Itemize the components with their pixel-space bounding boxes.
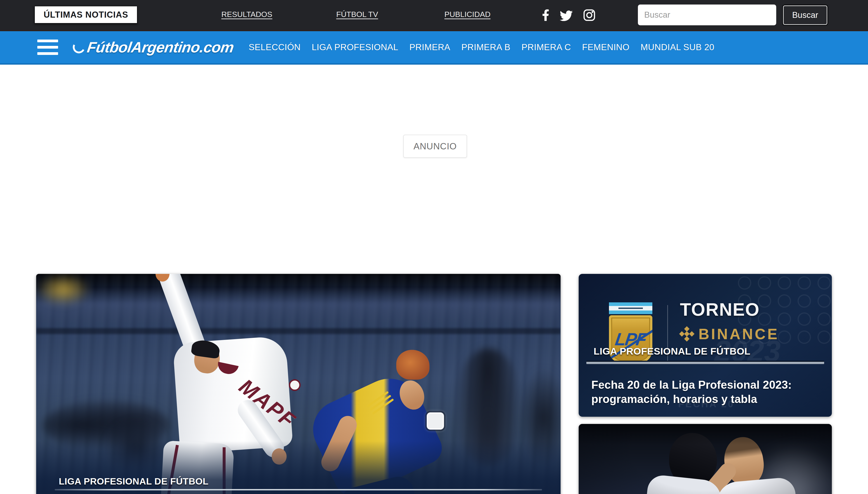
featured-article-card[interactable]: 2023 LPF TORNEO BINANCE LIGA PROFESIONAL…	[579, 274, 832, 417]
secondary-article-card[interactable]	[579, 424, 832, 494]
soccer-swoosh-icon	[71, 40, 87, 55]
nav-items: SELECCIÓN LIGA PROFESIONAL PRIMERA PRIME…	[249, 31, 714, 63]
facebook-icon[interactable]	[542, 8, 549, 22]
nav-item-seleccion[interactable]: SELECCIÓN	[249, 42, 301, 52]
hamburger-menu-icon[interactable]	[37, 39, 58, 56]
top-utility-bar: ÚLTIMAS NOTICIAS RESULTADOS FÚTBOL TV PU…	[0, 0, 868, 31]
top-link-publicidad[interactable]: PUBLICIDAD	[431, 10, 504, 19]
main-navigation-bar: FútbolArgentino.com SELECCIÓN LIGA PROFE…	[0, 31, 868, 64]
nav-item-mundial-sub-20[interactable]: MUNDIAL SUB 20	[641, 42, 714, 52]
binance-branding: BINANCE	[680, 325, 779, 343]
argentina-flag-stripes	[609, 302, 652, 314]
futbolargentino-homepage: ÚLTIMAS NOTICIAS RESULTADOS FÚTBOL TV PU…	[0, 0, 868, 494]
search-input[interactable]	[638, 4, 776, 25]
featured-divider	[586, 361, 824, 364]
featured-category-label: LIGA PROFESIONAL DE FÚTBOL	[593, 346, 751, 357]
nav-item-primera[interactable]: PRIMERA	[409, 42, 450, 52]
search-button[interactable]: Buscar	[783, 5, 827, 25]
jersey-crest	[289, 379, 301, 391]
hero-article-card[interactable]: MAPF LIGA PROFESIONAL DE FÚTBOL	[36, 274, 561, 494]
ad-placeholder: ANUNCIO	[403, 135, 467, 158]
top-link-resultados[interactable]: RESULTADOS	[210, 10, 283, 19]
torneo-title: TORNEO	[680, 299, 760, 320]
social-links	[542, 0, 596, 30]
instagram-icon[interactable]	[583, 9, 596, 21]
hero-category-label: LIGA PROFESIONAL DE FÚTBOL	[59, 476, 208, 487]
binance-diamond-icon	[680, 327, 694, 341]
nav-item-primera-b[interactable]: PRIMERA B	[461, 42, 510, 52]
binance-wordmark: BINANCE	[698, 325, 779, 343]
image-placeholder-icon	[427, 413, 444, 430]
site-logo[interactable]: FútbolArgentino.com	[73, 39, 234, 56]
nav-item-liga-profesional[interactable]: LIGA PROFESIONAL	[312, 42, 398, 52]
nav-item-primera-c[interactable]: PRIMERA C	[522, 42, 571, 52]
ultimas-noticias-button[interactable]: ÚLTIMAS NOTICIAS	[34, 6, 137, 23]
watermark-fecha-20: FECHA 20	[678, 399, 735, 410]
site-logo-text: FútbolArgentino.com	[86, 39, 235, 56]
hero-divider	[55, 489, 542, 490]
nav-item-femenino[interactable]: FEMENINO	[582, 42, 629, 52]
top-link-futbol-tv[interactable]: FÚTBOL TV	[321, 10, 394, 19]
twitter-icon[interactable]	[560, 9, 573, 21]
